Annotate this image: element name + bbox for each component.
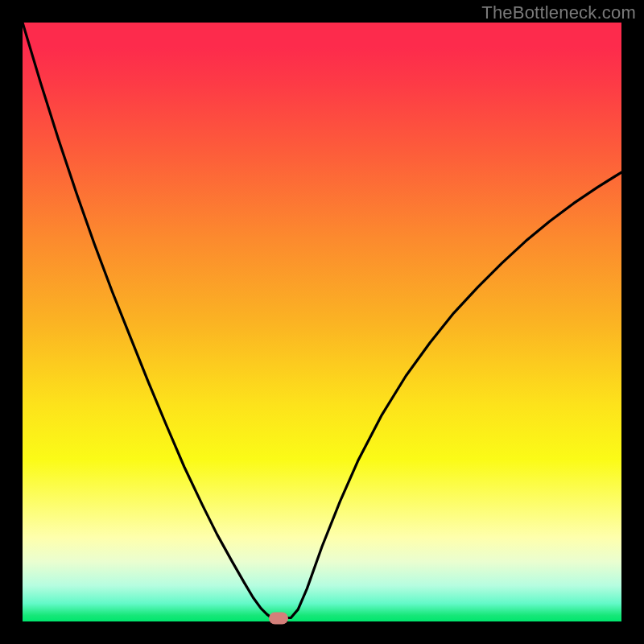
optimum-marker — [269, 612, 288, 624]
bottleneck-curve — [23, 23, 621, 618]
curve-svg — [23, 23, 621, 621]
chart-frame: TheBottleneck.com — [0, 0, 644, 644]
plot-area — [23, 23, 621, 621]
watermark-text: TheBottleneck.com — [481, 2, 636, 23]
